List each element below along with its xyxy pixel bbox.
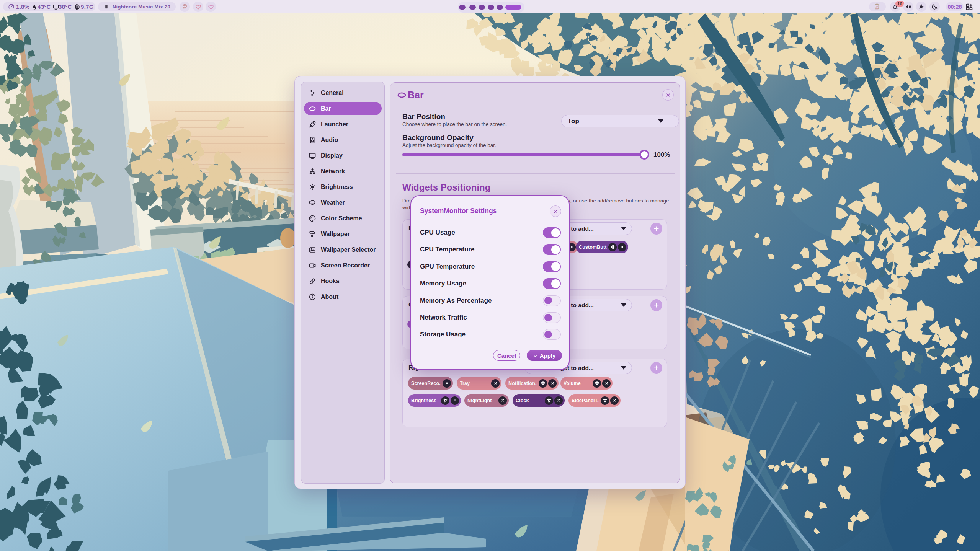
svg-text:C: C [876, 5, 879, 10]
